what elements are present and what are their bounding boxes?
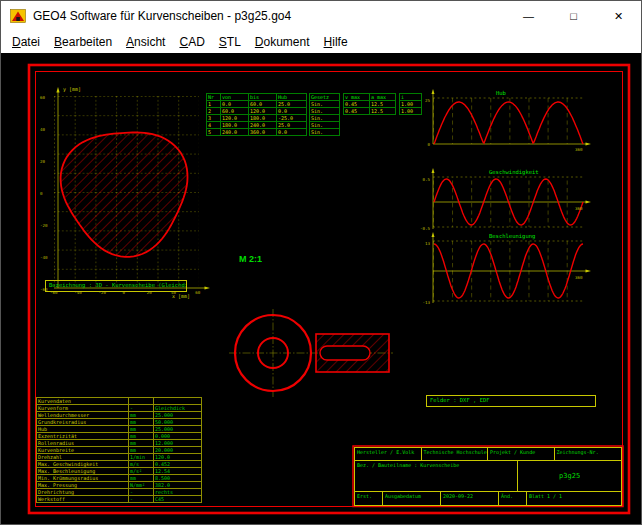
y-axis-arrow-icon: [56, 87, 59, 93]
table-cell: 0.45: [344, 108, 370, 115]
table-cell: Sin.: [310, 115, 340, 122]
table-cell: mm: [129, 440, 154, 447]
designation-box: Bezeichnung : 3D - Kurvenscheibe (Gleich…: [45, 280, 187, 292]
title-block-project: Projekt / Kunde: [488, 448, 555, 460]
table-cell: 0.000: [154, 433, 202, 440]
title-block-date-label: Ausgabedatum: [383, 492, 441, 505]
table-cell: Grundkreisradius: [37, 419, 129, 426]
title-block-created-label: Erst.: [355, 492, 383, 505]
v-ymax-label: 0.5: [422, 177, 430, 182]
table-cell: Werkstoff: [37, 496, 129, 503]
table-cell: 12.5: [370, 108, 396, 115]
table-cell: Max. Beschleunigung: [37, 468, 129, 475]
diagram-beschleunigung-title: Beschleunigung: [489, 233, 535, 240]
table-cell: Drehrichtung: [37, 489, 129, 496]
table-cell: 120.0: [221, 115, 249, 122]
axis-tick-label: -40: [40, 255, 48, 260]
table-cell: 240.0: [221, 129, 249, 136]
menu-item-cad[interactable]: CAD: [172, 33, 211, 51]
title-block-sheet-label: Blatt 1 / 1: [527, 492, 621, 505]
table-header-cell: a max: [370, 94, 396, 101]
minimize-button[interactable]: —: [506, 1, 551, 31]
table-cell: 12.000: [154, 440, 202, 447]
hub-xend-label: 360: [575, 147, 583, 152]
table-cell: -: [129, 496, 154, 503]
cam-y-axis-label: y [mm]: [63, 86, 81, 93]
table-cell: Kurvenform: [37, 405, 129, 412]
table-cell: 0.0: [221, 101, 249, 108]
table-cell: Wellendurchmesser: [37, 412, 129, 419]
caption-buttons: — □ ✕: [506, 1, 641, 31]
table-header-cell: Hub: [277, 94, 307, 101]
diagram-hub: Hub 25 0 360: [425, 89, 591, 152]
table-header-cell: Nr: [207, 94, 221, 101]
app-window: GEO4 Software für Kurvenscheiben - p3g25…: [0, 0, 642, 525]
menu-bar: Datei Bearbeiten Ansicht CAD STL Dokumen…: [1, 31, 641, 53]
table-cell: 382.0: [154, 482, 202, 489]
axis-tick-label: -20: [40, 223, 48, 228]
title-block-company: Technische Hochschule: [422, 448, 489, 460]
table-cell: 12.5: [370, 101, 396, 108]
title-block-row2: Bez. / Bauteilname : Kurvenscheibe p3g25: [355, 461, 621, 492]
menu-item-ansicht[interactable]: Ansicht: [119, 33, 172, 51]
title-block-manufacturer: Hersteller / E.Volk: [355, 448, 422, 460]
table-header-cell: v max: [344, 94, 370, 101]
table-cell: Min. Krümmungsradius: [37, 475, 129, 482]
drawing-canvas[interactable]: y [mm] x [mm] -60-40-200204060 6040200-2…: [1, 53, 641, 524]
table-cell: mm: [129, 475, 154, 482]
table-cell: -: [129, 405, 154, 412]
menu-item-dokument[interactable]: Dokument: [248, 33, 317, 51]
close-button[interactable]: ✕: [596, 1, 641, 31]
table-cell: 1/min: [129, 454, 154, 461]
table-cell: [154, 398, 202, 405]
table-cell: 120.0: [154, 454, 202, 461]
maximize-button[interactable]: □: [551, 1, 596, 31]
table-cell: Drehzahl: [37, 454, 129, 461]
diagram-beschleunigung: Beschleunigung 13 -13 360: [422, 232, 591, 305]
menu-item-bearbeiten[interactable]: Bearbeiten: [47, 33, 119, 51]
table-cell: 20.000: [154, 447, 202, 454]
menu-item-hilfe[interactable]: Hilfe: [317, 33, 355, 51]
menu-item-datei[interactable]: Datei: [5, 33, 47, 51]
title-block-part-label: Bez. / Bauteilname : Kurvenscheibe: [355, 461, 518, 491]
cam-y-ticks: 6040200-20-40-60: [40, 95, 48, 292]
table-cell: 25.0: [277, 101, 307, 108]
mechanism-drawing: [229, 309, 393, 397]
segment-table: NrvonbisHub10.060.025.0260.0120.00.03120…: [206, 93, 307, 136]
follower-slot: [320, 346, 370, 360]
title-block-part-number: p3g25: [518, 461, 621, 491]
v-xend-label: 360: [575, 206, 583, 211]
table-cell: Max. Geschwindigkeit: [37, 461, 129, 468]
table-cell: Sin.: [310, 101, 340, 108]
window-title: GEO4 Software für Kurvenscheiben - p3g25…: [33, 9, 499, 23]
table-cell: Rollenradius: [37, 440, 129, 447]
table-cell: 5: [207, 129, 221, 136]
table-cell: 0.0: [277, 129, 307, 136]
table-cell: mm: [129, 412, 154, 419]
menu-item-stl[interactable]: STL: [212, 33, 248, 51]
v-ymin-label: -0.5: [420, 226, 431, 231]
axis-tick-label: 60: [40, 95, 46, 100]
table-header-cell: Gesetz: [310, 94, 340, 101]
table-cell: mm: [129, 419, 154, 426]
table-cell: N/mm²: [129, 482, 154, 489]
title-block-rev-label: Änd.: [499, 492, 527, 505]
parameter-table: KurvendatenKurvenform-GleichdickWellendu…: [36, 397, 202, 503]
table-cell: Sin.: [310, 129, 340, 136]
table-cell: 25.000: [154, 412, 202, 419]
title-bar: GEO4 Software für Kurvenscheiben - p3g25…: [1, 1, 641, 31]
diagram-geschwindigkeit-title: Geschwindigkeit: [489, 169, 539, 176]
a-ymax-label: 13: [425, 241, 431, 246]
title-block-date-value: 2020-09-22: [441, 492, 499, 505]
cam-profile-plot: y [mm] x [mm] -60-40-200204060 6040200-2…: [40, 86, 210, 299]
axis-tick-label: 0: [40, 191, 43, 196]
table-cell: mm: [129, 426, 154, 433]
app-icon: [10, 9, 26, 23]
table-cell: 60.0: [249, 101, 277, 108]
table-header-cell: i: [400, 94, 422, 101]
table-cell: rechts: [154, 489, 202, 496]
table-cell: Kurvenbreite: [37, 447, 129, 454]
table-cell: 1.00: [400, 101, 422, 108]
table-cell: 0.452: [154, 461, 202, 468]
table-cell: 3: [207, 115, 221, 122]
